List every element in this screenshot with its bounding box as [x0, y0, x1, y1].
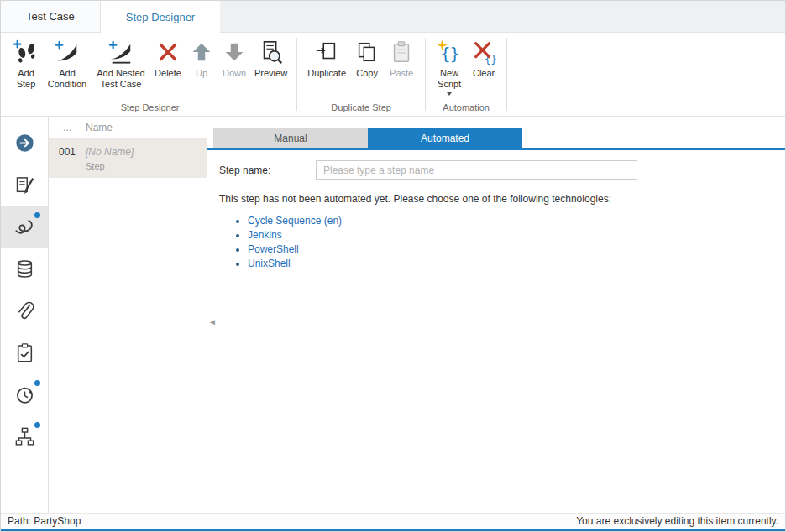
copy-button[interactable]: Copy [350, 34, 384, 79]
notification-dot [34, 422, 40, 428]
window-tabbar: Test Case Step Designer [1, 1, 785, 33]
steps-list-header: ... Name [49, 117, 207, 138]
button-label: Script [438, 79, 461, 90]
preview-button[interactable]: Preview [251, 34, 291, 79]
technology-link-powershell[interactable]: PowerShell [248, 243, 299, 255]
collapse-panel-icon[interactable]: ◄ [208, 318, 217, 326]
button-label: Condition [48, 79, 86, 90]
step-name: [No Name] [86, 146, 134, 158]
paste-clipboard-icon [389, 39, 414, 65]
arrow-down-icon [222, 39, 247, 65]
duplicate-page-icon [314, 39, 339, 65]
left-sidebar [1, 117, 49, 513]
footprints-add-icon [13, 39, 39, 65]
steps-path-icon [14, 216, 35, 237]
add-step-button[interactable]: AddStep [9, 34, 43, 90]
column-header-number: ... [49, 122, 86, 133]
notification-dot [34, 380, 40, 386]
step-type: Step [86, 161, 134, 171]
button-label: Step [17, 79, 36, 90]
steps-list-panel: ... Name 001 [No Name] Step [49, 117, 207, 513]
duplicate-button[interactable]: Duplicate [303, 34, 350, 79]
app-window: Test Case Step Designer AddStep AddCondi… [0, 0, 786, 532]
list-item: Cycle Sequence (en) [248, 214, 785, 228]
clipboard-check-icon [14, 342, 35, 363]
step-name-row: Step name: [219, 160, 785, 180]
delete-button[interactable]: Delete [150, 34, 186, 79]
history-clock-icon [14, 384, 35, 405]
arrow-up-icon [189, 39, 214, 65]
step-name-label: Step name: [219, 164, 316, 176]
sidebar-item-hierarchy[interactable] [1, 415, 48, 457]
paperclip-icon [14, 300, 35, 321]
column-header-name: Name [86, 122, 113, 133]
technology-link-jenkins[interactable]: Jenkins [248, 229, 282, 241]
database-icon [14, 258, 35, 279]
step-row[interactable]: 001 [No Name] Step [49, 138, 207, 178]
svg-text:}: } [450, 44, 460, 64]
sidebar-item-edit[interactable] [1, 164, 48, 206]
edit-document-icon [14, 175, 35, 196]
status-edit-lock-message: You are exclusively editing this item cu… [576, 515, 778, 527]
ribbon-group-automation: {} NewScript {} Clear Automation [427, 34, 506, 116]
ribbon-group-label: Automation [432, 101, 500, 116]
arrow-right-circle-icon [14, 133, 35, 154]
sidebar-item-review[interactable] [1, 331, 48, 373]
sidebar-item-data[interactable] [1, 248, 48, 289]
status-path: Path: PartyShop [8, 515, 81, 527]
up-button[interactable]: Up [186, 34, 217, 79]
notification-dot [34, 212, 40, 218]
button-label: Up [196, 68, 207, 79]
dropdown-arrow-icon[interactable] [447, 92, 452, 96]
sidebar-item-attachments[interactable] [1, 289, 48, 331]
tab-step-designer[interactable]: Step Designer [101, 1, 220, 33]
button-label: Add [48, 68, 86, 79]
sidebar-item-navigator[interactable] [1, 122, 48, 164]
add-condition-button[interactable]: AddCondition [43, 34, 92, 90]
step-number: 001 [49, 146, 86, 171]
bottom-accent-line [1, 529, 785, 531]
down-button[interactable]: Down [217, 34, 251, 79]
sidebar-item-step-designer[interactable] [1, 206, 48, 248]
button-label: Down [223, 68, 246, 79]
technology-link-unixshell[interactable]: UnixShell [248, 258, 291, 269]
step-mode-tabs: Manual Automated [207, 128, 785, 150]
button-label: Preview [254, 68, 287, 79]
ribbon-separator [296, 38, 297, 111]
sidebar-item-history[interactable] [1, 373, 48, 415]
main-area: ... Name 001 [No Name] Step ◄ Manual Aut… [1, 117, 785, 513]
list-item: PowerShell [248, 243, 785, 257]
ribbon-toolbar: AddStep AddCondition Add NestedTest Case [1, 33, 785, 117]
step-detail-content: ◄ Manual Automated Step name: This step … [207, 117, 785, 513]
tab-manual[interactable]: Manual [213, 128, 368, 148]
script-braces-star-icon: {} [437, 39, 462, 65]
condition-add-icon [55, 39, 80, 65]
ribbon-group-label: Step Designer [9, 101, 291, 116]
ribbon-separator [425, 38, 426, 111]
button-label: Clear [473, 68, 495, 79]
button-label: Duplicate [307, 68, 346, 79]
list-item: UnixShell [248, 257, 785, 271]
tab-automated[interactable]: Automated [368, 128, 522, 148]
step-name-input[interactable] [316, 160, 637, 180]
clear-script-x-icon: {} [471, 39, 496, 65]
automation-info-text: This step has not been automated yet. Pl… [219, 193, 785, 205]
hierarchy-icon [14, 426, 35, 447]
ribbon-group-duplicate-step: Duplicate Copy Paste Duplicate Step [298, 34, 424, 116]
ribbon-separator [506, 38, 507, 111]
delete-x-icon [155, 39, 181, 65]
button-label: Test Case [97, 79, 144, 90]
nested-testcase-add-icon [108, 39, 134, 65]
button-label: Add [17, 68, 36, 79]
clear-script-button[interactable]: {} Clear [467, 34, 500, 79]
preview-magnifier-icon [259, 39, 284, 65]
button-label: New [438, 68, 461, 79]
ribbon-group-label: Duplicate Step [303, 101, 419, 116]
new-script-button[interactable]: {} NewScript [432, 34, 467, 96]
paste-button[interactable]: Paste [384, 34, 419, 79]
add-nested-test-case-button[interactable]: Add NestedTest Case [92, 34, 150, 90]
status-bar: Path: PartyShop You are exclusively edit… [1, 513, 785, 529]
tab-test-case[interactable]: Test Case [1, 1, 101, 32]
ribbon-group-step-designer: AddStep AddCondition Add NestedTest Case [4, 34, 296, 116]
technology-link-cycle-sequence[interactable]: Cycle Sequence (en) [248, 215, 342, 227]
